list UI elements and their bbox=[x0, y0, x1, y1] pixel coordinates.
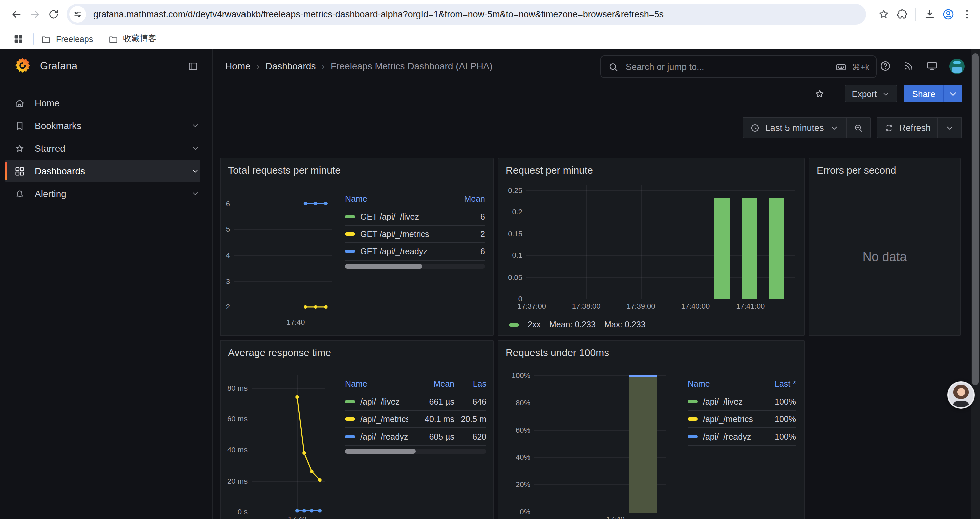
export-button[interactable]: Export bbox=[844, 85, 897, 102]
breadcrumb-item[interactable]: Home bbox=[226, 61, 250, 72]
rss-icon[interactable] bbox=[903, 60, 915, 72]
gridline bbox=[695, 185, 696, 299]
share-button[interactable]: Share bbox=[904, 85, 962, 102]
refresh-interval-dropdown[interactable] bbox=[937, 118, 961, 137]
display-icon[interactable] bbox=[926, 60, 938, 72]
back-icon[interactable] bbox=[7, 5, 25, 24]
brand-title: Grafana bbox=[40, 60, 188, 72]
chart-plot[interactable]: 6543217:40 bbox=[225, 196, 332, 329]
share-chevron-icon[interactable] bbox=[943, 85, 962, 102]
panel-title[interactable]: Requests under 100ms bbox=[506, 347, 609, 358]
time-range-picker[interactable]: Last 5 minutes bbox=[743, 118, 846, 137]
panel-title[interactable]: Request per minute bbox=[506, 164, 593, 176]
panel-title[interactable]: Average response time bbox=[228, 347, 331, 358]
bar[interactable] bbox=[629, 375, 657, 513]
extensions-icon[interactable] bbox=[892, 5, 911, 24]
downloads-icon[interactable] bbox=[920, 5, 939, 24]
legend-row[interactable]: /api/_/livez100% bbox=[688, 393, 796, 411]
scrollbar-thumb[interactable] bbox=[972, 53, 978, 385]
sidebar-item-alerting[interactable]: Alerting bbox=[0, 182, 200, 205]
sidebar-item-home[interactable]: Home bbox=[0, 91, 200, 114]
menu-dots-icon[interactable] bbox=[957, 5, 976, 24]
column-header[interactable]: Name bbox=[345, 194, 440, 204]
gridline bbox=[527, 299, 795, 299]
help-icon[interactable] bbox=[879, 60, 891, 72]
assistant-avatar[interactable] bbox=[947, 382, 975, 409]
apps-grid-icon[interactable] bbox=[9, 30, 27, 48]
column-header[interactable]: Name bbox=[345, 379, 407, 389]
sidebar-item-bookmarks[interactable]: Bookmarks bbox=[0, 114, 200, 137]
breadcrumb-item[interactable]: Dashboards bbox=[265, 61, 315, 72]
site-settings-icon[interactable] bbox=[69, 6, 86, 23]
column-header[interactable]: Name bbox=[688, 379, 753, 389]
forward-icon[interactable] bbox=[25, 5, 44, 24]
share-label[interactable]: Share bbox=[904, 85, 943, 102]
favorite-star-icon[interactable] bbox=[813, 88, 825, 99]
legend-row[interactable]: /api/_/metrics100% bbox=[688, 411, 796, 428]
bookmark-item[interactable]: Freeleaps bbox=[41, 34, 93, 45]
bookmark-star-icon[interactable] bbox=[874, 5, 892, 24]
legend-row[interactable]: /api/_/livez661 µs646 bbox=[345, 393, 486, 411]
series-name[interactable]: 2xx bbox=[528, 320, 541, 329]
chevron-down-icon[interactable] bbox=[191, 189, 200, 198]
grafana-logo-icon[interactable] bbox=[14, 57, 31, 75]
sidebar-item-starred[interactable]: Starred bbox=[0, 137, 200, 160]
legend-row[interactable]: /api/_/readyz605 µs620 bbox=[345, 428, 486, 446]
chart-plot[interactable]: 100%80%60%40%20%0%17:40 bbox=[504, 375, 667, 519]
chevron-down-icon[interactable] bbox=[191, 144, 200, 153]
sidebar-item-dashboards[interactable]: Dashboards bbox=[5, 160, 200, 182]
export-label: Export bbox=[851, 88, 877, 99]
plot-area[interactable]: 17:40 bbox=[251, 375, 325, 519]
page-scrollbar[interactable] bbox=[970, 50, 980, 519]
user-avatar[interactable] bbox=[949, 58, 965, 74]
y-tick-label: 0.2 bbox=[512, 208, 522, 216]
table-scrollbar[interactable] bbox=[345, 264, 485, 268]
sidebar-toggle-icon[interactable] bbox=[188, 61, 199, 72]
legend-row[interactable]: GET /api/_/readyz6 bbox=[345, 243, 485, 260]
bar[interactable] bbox=[714, 198, 730, 299]
panel-title[interactable]: Total requests per minute bbox=[228, 164, 340, 176]
chevron-down-icon[interactable] bbox=[191, 166, 200, 176]
breadcrumb-item[interactable]: Freeleaps Metrics Dashboard (ALPHA) bbox=[331, 61, 493, 72]
table-scrollbar[interactable] bbox=[345, 449, 486, 454]
bookmark-item[interactable]: 收藏博客 bbox=[108, 34, 156, 45]
panel-title[interactable]: Errors per second bbox=[816, 164, 896, 176]
profile-icon[interactable] bbox=[939, 5, 957, 24]
gridline bbox=[586, 185, 587, 299]
bar[interactable] bbox=[769, 198, 784, 299]
search-box[interactable]: ⌘+k bbox=[600, 56, 877, 78]
chevron-down-icon[interactable] bbox=[191, 121, 200, 130]
panel-request-per-minute: Request per minute 0.250.20.150.10.05017… bbox=[498, 158, 805, 336]
legend-row[interactable]: /api/_/readyz100% bbox=[688, 428, 796, 446]
chart-legend[interactable]: 2xxMean: 0.233Max: 0.233 bbox=[509, 320, 646, 329]
breadcrumb-separator: › bbox=[321, 61, 325, 71]
column-header[interactable]: Mean bbox=[413, 379, 454, 389]
actions-divider bbox=[834, 86, 835, 101]
series-color-chip bbox=[509, 323, 519, 326]
column-header[interactable]: Last * bbox=[759, 379, 796, 389]
y-tick-label: 6 bbox=[226, 200, 230, 208]
reload-icon[interactable] bbox=[44, 5, 63, 24]
address-bar[interactable] bbox=[67, 4, 866, 25]
column-header[interactable]: Mean bbox=[445, 194, 485, 204]
zoom-out-button[interactable] bbox=[846, 118, 870, 137]
url-input[interactable] bbox=[92, 9, 866, 20]
series-value: 6 bbox=[445, 247, 485, 256]
legend-row[interactable]: GET /api/_/metrics2 bbox=[345, 226, 485, 243]
series-value: 100% bbox=[759, 397, 796, 406]
plot-area[interactable]: 17:40 bbox=[535, 375, 667, 519]
plot-area[interactable]: 17:40 bbox=[234, 196, 332, 329]
chart-plot[interactable]: 0.250.20.150.10.05017:37:0017:38:0017:39… bbox=[504, 185, 795, 313]
legend-row[interactable]: GET /api/_/livez6 bbox=[345, 208, 485, 226]
chart-plot[interactable]: 80 ms60 ms40 ms20 ms0 s17:40 bbox=[225, 375, 325, 519]
plot-area[interactable]: 17:37:0017:38:0017:39:0017:40:0017:41:00 bbox=[527, 185, 795, 313]
refresh-button[interactable]: Refresh bbox=[877, 118, 937, 137]
legend-row[interactable]: /api/_/metrics40.1 ms20.5 m bbox=[345, 411, 486, 428]
y-tick-label: 0.15 bbox=[508, 230, 522, 238]
bar[interactable] bbox=[742, 198, 757, 299]
table-scrollbar-thumb[interactable] bbox=[345, 449, 415, 454]
table-scrollbar-thumb[interactable] bbox=[345, 264, 422, 268]
keyboard-icon bbox=[835, 61, 846, 72]
column-header[interactable]: Las bbox=[460, 379, 486, 389]
search-input[interactable] bbox=[624, 61, 830, 72]
